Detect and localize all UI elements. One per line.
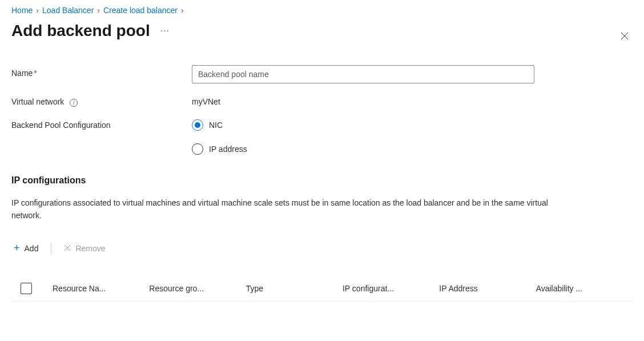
vnet-label: Virtual network i (11, 94, 192, 107)
name-input[interactable] (192, 65, 534, 83)
ip-config-description: IP configurations associated to virtual … (11, 197, 560, 222)
remove-button: Remove (62, 242, 107, 255)
breadcrumb: Home › Load Balancer › Create load balan… (11, 6, 633, 15)
col-resource-name[interactable]: Resource Na... (53, 284, 149, 293)
breadcrumb-create-lb[interactable]: Create load balancer (103, 6, 178, 15)
more-menu-button[interactable]: ··· (160, 26, 170, 36)
chevron-right-icon: › (97, 6, 100, 15)
select-all-checkbox[interactable] (21, 283, 32, 294)
page-title: Add backend pool (11, 22, 150, 40)
breadcrumb-load-balancer[interactable]: Load Balancer (42, 6, 94, 15)
vnet-value: myVNet (192, 94, 633, 106)
radio-icon (192, 119, 203, 131)
chevron-right-icon: › (181, 6, 184, 15)
add-button-label: Add (25, 244, 39, 253)
close-icon[interactable] (618, 29, 631, 45)
col-ip-address[interactable]: IP Address (439, 284, 536, 293)
config-label: Backend Pool Configuration (11, 117, 192, 130)
col-availability[interactable]: Availability ... (536, 284, 633, 293)
radio-nic-label: NIC (209, 121, 223, 130)
col-type[interactable]: Type (246, 284, 343, 293)
remove-button-label: Remove (75, 244, 105, 253)
radio-ip-address[interactable]: IP address (192, 143, 633, 155)
add-button[interactable]: + Add (11, 240, 41, 256)
info-icon[interactable]: i (70, 99, 78, 107)
divider (51, 243, 51, 254)
name-label: Name* (11, 65, 192, 78)
col-ip-configuration[interactable]: IP configurat... (343, 284, 439, 293)
col-resource-group[interactable]: Resource gro... (149, 284, 245, 293)
radio-icon (192, 143, 203, 155)
ip-config-heading: IP configurations (11, 175, 633, 186)
radio-ip-address-label: IP address (209, 145, 247, 154)
radio-nic[interactable]: NIC (192, 119, 633, 131)
plus-icon: + (14, 242, 20, 254)
close-icon (64, 244, 71, 253)
table-header-row: Resource Na... Resource gro... Type IP c… (11, 277, 633, 302)
table-toolbar: + Add Remove (11, 240, 633, 256)
breadcrumb-home[interactable]: Home (11, 6, 33, 15)
chevron-right-icon: › (36, 6, 39, 15)
